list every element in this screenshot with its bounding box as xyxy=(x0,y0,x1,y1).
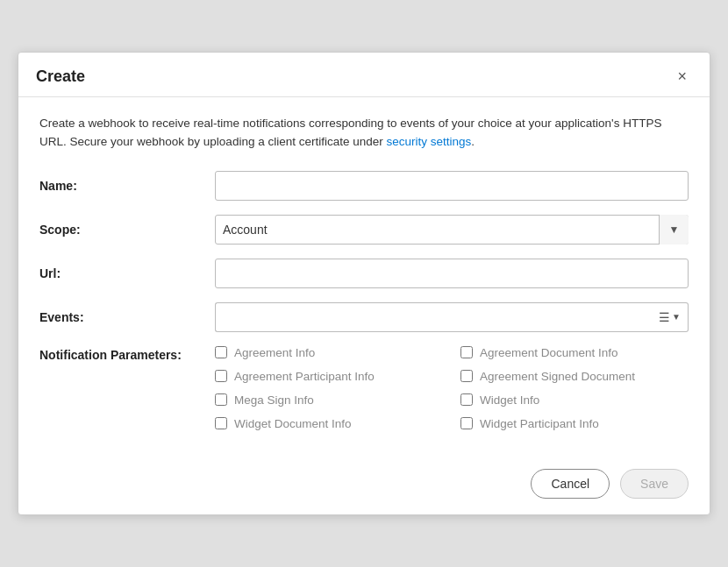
checkbox-label-mega-sign-info: Mega Sign Info xyxy=(234,393,314,407)
scope-select-wrapper: Account User Group Agreement ▼ xyxy=(215,215,689,245)
dialog-header: Create × xyxy=(18,53,710,97)
checkbox-label-widget-info: Widget Info xyxy=(480,393,539,407)
dialog-title: Create xyxy=(36,67,85,86)
url-label: Url: xyxy=(39,266,215,280)
checkbox-agreement-info[interactable] xyxy=(215,346,227,358)
checkbox-label-agreement-document-info: Agreement Document Info xyxy=(480,346,618,359)
checkbox-item-widget-info: Widget Info xyxy=(460,393,689,407)
checkbox-mega-sign-info[interactable] xyxy=(215,393,227,406)
checkbox-label-agreement-info: Agreement Info xyxy=(234,346,315,359)
events-label: Events: xyxy=(39,310,215,324)
dialog-body: Create a webhook to receive real-time no… xyxy=(18,97,710,457)
hamburger-icon: ☰ xyxy=(659,310,670,324)
url-input[interactable] xyxy=(215,259,689,288)
checkbox-label-widget-participant-info: Widget Participant Info xyxy=(480,417,599,430)
dialog-footer: Cancel Save xyxy=(18,457,710,514)
checkbox-item-agreement-info: Agreement Info xyxy=(215,346,443,359)
checkbox-agreement-participant-info[interactable] xyxy=(215,370,227,382)
name-row: Name: xyxy=(39,171,689,201)
events-dropdown-arrow: ▼ xyxy=(672,312,681,322)
notification-parameters-label: Notification Parameters: xyxy=(39,346,215,362)
checkbox-agreement-signed-document[interactable] xyxy=(460,370,473,382)
events-menu-button[interactable]: ☰ ▼ xyxy=(652,302,689,332)
checkbox-widget-participant-info[interactable] xyxy=(460,417,473,429)
cancel-button[interactable]: Cancel xyxy=(531,469,610,499)
create-webhook-dialog: Create × Create a webhook to receive rea… xyxy=(18,52,710,515)
checkbox-label-agreement-signed-document: Agreement Signed Document xyxy=(480,370,635,383)
events-input[interactable] xyxy=(215,302,652,332)
url-row: Url: xyxy=(39,259,689,288)
close-button[interactable]: × xyxy=(672,67,692,86)
checkbox-widget-document-info[interactable] xyxy=(215,417,227,429)
checkbox-item-widget-document-info: Widget Document Info xyxy=(215,417,443,430)
scope-row: Scope: Account User Group Agreement ▼ xyxy=(39,215,689,245)
description-end: . xyxy=(471,135,475,148)
description-main: Create a webhook to receive real-time no… xyxy=(39,117,661,148)
checkbox-widget-info[interactable] xyxy=(460,393,473,406)
name-input[interactable] xyxy=(215,171,689,201)
checkbox-label-agreement-participant-info: Agreement Participant Info xyxy=(234,370,375,383)
checkbox-label-widget-document-info: Widget Document Info xyxy=(234,417,352,430)
checkbox-item-widget-participant-info: Widget Participant Info xyxy=(460,417,689,430)
checkbox-item-mega-sign-info: Mega Sign Info xyxy=(215,393,443,407)
checkbox-agreement-document-info[interactable] xyxy=(460,346,473,358)
checkboxes-grid: Agreement Info Agreement Document Info A… xyxy=(215,346,689,430)
name-label: Name: xyxy=(39,179,215,193)
checkbox-item-agreement-document-info: Agreement Document Info xyxy=(460,346,689,359)
description-text: Create a webhook to receive real-time no… xyxy=(39,115,689,152)
events-wrapper: ☰ ▼ xyxy=(215,302,689,332)
checkbox-item-agreement-signed-document: Agreement Signed Document xyxy=(460,370,689,383)
checkbox-item-agreement-participant-info: Agreement Participant Info xyxy=(215,370,443,383)
events-row: Events: ☰ ▼ xyxy=(39,302,689,332)
save-button[interactable]: Save xyxy=(620,469,689,499)
scope-label: Scope: xyxy=(39,223,215,237)
security-settings-link[interactable]: security settings xyxy=(386,135,471,148)
scope-select[interactable]: Account User Group Agreement xyxy=(215,215,689,245)
notification-parameters-row: Notification Parameters: Agreement Info … xyxy=(39,346,689,430)
